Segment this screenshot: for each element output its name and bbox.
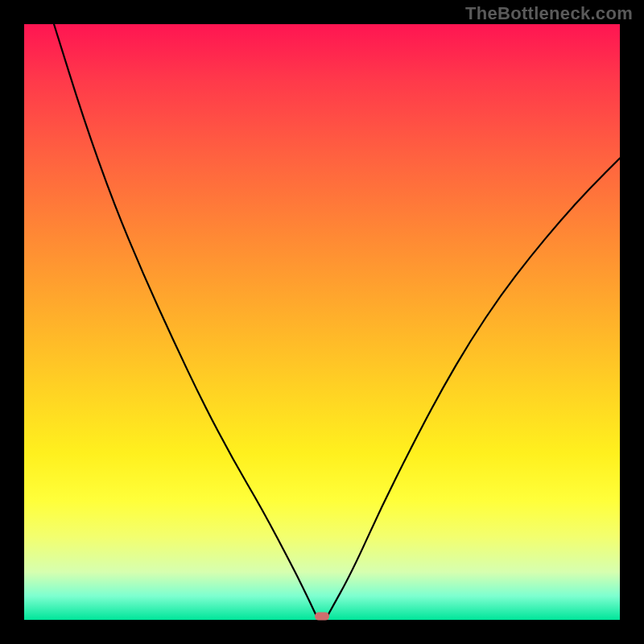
- plot-area: [24, 24, 620, 620]
- curve-right: [328, 159, 620, 616]
- curve-left: [54, 24, 316, 615]
- plot-svg: [24, 24, 620, 620]
- chart-frame: TheBottleneck.com: [0, 0, 644, 644]
- watermark-text: TheBottleneck.com: [465, 3, 633, 24]
- min-marker: [315, 613, 329, 621]
